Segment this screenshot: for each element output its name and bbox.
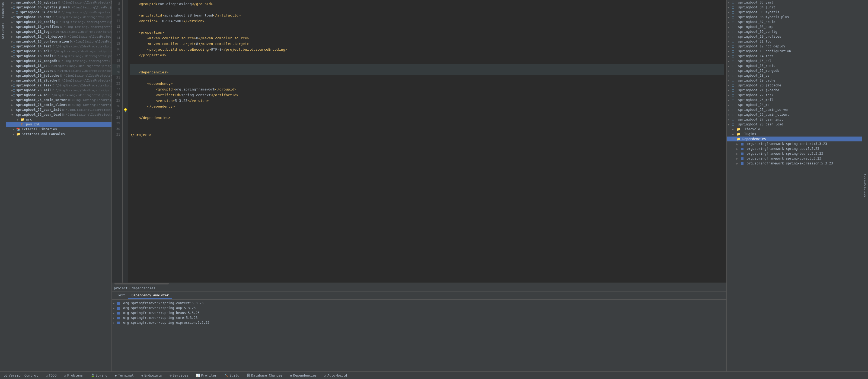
project-item-springboot25[interactable]: ▶ □ springboot_25_admin_server D:\DingJi… bbox=[6, 98, 112, 102]
pom-xml-file[interactable]: 🗋 pom.xml bbox=[6, 122, 112, 127]
project-item-springboot06[interactable]: ▶ □ springboot_06_mybatis_plus D:\DingJi… bbox=[6, 5, 112, 10]
module-icon: □ bbox=[732, 44, 737, 48]
maven-springboot10[interactable]: ▶ □ springboot_10_profiles bbox=[727, 34, 862, 39]
maven-springboot09[interactable]: ▶ □ springboot_09_config bbox=[727, 29, 862, 34]
dep-item-aop[interactable]: ▶ org.springframework:spring-aop:5.3.23 bbox=[112, 306, 726, 310]
maven-springboot27[interactable]: ▶ □ springboot_27_bean_init bbox=[727, 117, 862, 122]
maven-item-name: springboot_07_druid bbox=[738, 20, 775, 24]
src-folder[interactable]: ▶ 📁 src bbox=[6, 117, 112, 122]
project-item-springboot22[interactable]: ▶ □ springboot_22_task D:\DingJiaxiong\I… bbox=[6, 83, 112, 88]
maven-springboot06[interactable]: ▶ □ springboot_06_mybatis_plus bbox=[727, 14, 862, 20]
project-item-springboot18[interactable]: ▶ □ springboot_18_es D:\DingJiaxiong\Ide… bbox=[6, 63, 112, 68]
maven-springboot13[interactable]: ▶ □ springboot_13_configuration bbox=[727, 49, 862, 54]
dep-item-beans[interactable]: ▶ org.springframework:spring-beans:5.3.2… bbox=[112, 310, 726, 315]
maven-springboot28[interactable]: ▼ □ springboot_28_bean_load bbox=[727, 122, 862, 127]
project-item-springboot15[interactable]: ▶ □ springboot_15_sql D:\DingJiaxiong\Id… bbox=[6, 49, 112, 54]
maven-plugins[interactable]: ▶ 📁 Plugins bbox=[727, 132, 862, 137]
code-line: <version>1.0-SNAPSHOT</version> bbox=[130, 18, 724, 24]
project-item-springboot10[interactable]: ▶ □ springboot_10_profiles D:\DingJiaxio… bbox=[6, 24, 112, 29]
maven-springboot22[interactable]: ▶ □ springboot_22_task bbox=[727, 93, 862, 98]
project-item-springboot12[interactable]: ▶ □ springboot_12_hot_deploy D:\DingJiax… bbox=[6, 34, 112, 39]
spring-button[interactable]: 🍃 Spring bbox=[89, 373, 109, 378]
maven-dependencies[interactable]: ▼ 📁 Dependencies bbox=[727, 137, 862, 141]
maven-springboot17[interactable]: ▶ □ springboot_17_mongodb bbox=[727, 68, 862, 73]
maven-springboot24[interactable]: ▶ □ springboot_24_mq bbox=[727, 102, 862, 107]
maven-dep-spring-context[interactable]: ▶ org.springframework:spring-context:5.3… bbox=[727, 141, 862, 146]
horizontal-scrollbar[interactable] bbox=[112, 282, 726, 285]
maven-springboot11[interactable]: ▶ □ springboot_11_log bbox=[727, 39, 862, 44]
project-item-springboot28[interactable]: ▼ □ springboot_28_bean_load D:\DingJiaxi… bbox=[6, 112, 112, 117]
tab-text[interactable]: Text bbox=[114, 292, 128, 299]
dep-item-core[interactable]: ▶ org.springframework:spring-core:5.3.23 bbox=[112, 315, 726, 320]
project-item-springboot05[interactable]: ▶ □ springboot_05_mybatis D:\DingJiaxion… bbox=[6, 0, 112, 5]
maven-springboot25[interactable]: ▶ □ springboot_25_admin_server bbox=[727, 107, 862, 112]
services-button[interactable]: ⚙ Services bbox=[168, 373, 190, 378]
maven-springboot16[interactable]: ▶ □ springboot_16_redis bbox=[727, 63, 862, 68]
dep-item-expression[interactable]: ▶ org.springframework:spring-expression:… bbox=[112, 320, 726, 325]
project-item-springboot17[interactable]: ▶ □ springboot_17_mongodb D:\DingJiaxion… bbox=[6, 59, 112, 63]
project-item-springboot19[interactable]: ▶ □ springboot_19_cache D:\DingJiaxiong\… bbox=[6, 68, 112, 73]
project-item-springboot07[interactable]: ▶ □ springboot_07_druid D:\DingJiaxiong\… bbox=[6, 10, 112, 14]
scratches-consoles[interactable]: ▶ 📁 Scratches and Consoles bbox=[6, 132, 112, 137]
profiler-button[interactable]: 📊 Profiler bbox=[194, 373, 218, 378]
maven-springboot18[interactable]: ▶ □ springboot_18_es bbox=[727, 73, 862, 78]
dep-item-context[interactable]: ▶ org.springframework:spring-context:5.3… bbox=[112, 301, 726, 306]
maven-springboot14[interactable]: ▶ □ springboot_14_test bbox=[727, 54, 862, 59]
project-item-springboot26[interactable]: ▶ □ springboot_26_admin_client D:\DingJi… bbox=[6, 102, 112, 107]
external-libraries[interactable]: ▶ 📚 External Libraries bbox=[6, 127, 112, 132]
project-item-springboot27[interactable]: ▶ □ springboot_27_bean_init D:\DingJiaxi… bbox=[6, 107, 112, 112]
maven-springboot12[interactable]: ▶ □ springboot_12_hot_deploy bbox=[727, 44, 862, 49]
structure-label[interactable]: Structure bbox=[0, 21, 6, 41]
build-button[interactable]: 🔨 Build bbox=[223, 373, 241, 378]
project-item-springboot20[interactable]: ▶ □ springboot_20_jetcache D:\DingJiaxio… bbox=[6, 73, 112, 78]
project-item-springboot14[interactable]: ▶ □ springboot_14_test D:\DingJiaxiong\I… bbox=[6, 44, 112, 49]
maven-springboot04[interactable]: ▶ □ springboot_04_junit bbox=[727, 5, 862, 10]
dependencies-status-button[interactable]: ◉ Dependencies bbox=[289, 373, 318, 378]
project-item-springboot24[interactable]: ▶ □ springboot_24_mq D:\DingJiaxiong\Ide… bbox=[6, 93, 112, 98]
maven-springboot19[interactable]: ▶ □ springboot_19_cache bbox=[727, 78, 862, 83]
dep-bar-icon bbox=[117, 301, 122, 305]
tab-dependency-analyzer[interactable]: Dependency Analyzer bbox=[128, 292, 172, 299]
bookmarks-label[interactable]: Bookmarks bbox=[0, 0, 6, 21]
project-item-springboot09[interactable]: ▶ □ springboot_09_config D:\DingJiaxiong… bbox=[6, 20, 112, 24]
version-control-button[interactable]: ⎇ Version Control bbox=[2, 373, 40, 378]
maven-springboot26[interactable]: ▶ □ springboot_26_admin_client bbox=[727, 112, 862, 117]
scrollbar-thumb[interactable] bbox=[115, 283, 169, 284]
project-item-springboot23[interactable]: ▶ □ springboot_23_mail D:\DingJiaxiong\I… bbox=[6, 88, 112, 93]
dep-bar-icon bbox=[117, 306, 122, 310]
project-item-springboot08[interactable]: ▶ □ springboot_08_ssmp D:\DingJiaxiong\I… bbox=[6, 14, 112, 20]
build-label: Build bbox=[229, 374, 239, 377]
code-editor[interactable]: <groupId>com.dingjiaxiong</groupId> <art… bbox=[128, 0, 726, 282]
maven-dep-spring-beans[interactable]: ▶ org.springframework:spring-beans:5.3.2… bbox=[727, 151, 862, 156]
maven-springboot15[interactable]: ▶ □ springboot_15_sql bbox=[727, 59, 862, 63]
item-name: springboot_22_task bbox=[16, 83, 51, 87]
maven-dep-spring-core[interactable]: ▶ org.springframework:spring-core:5.3.23 bbox=[727, 156, 862, 161]
database-changes-button[interactable]: 🗄 Database Changes bbox=[245, 373, 284, 378]
maven-item-name: springboot_17_mongodb bbox=[738, 69, 779, 73]
project-item-springboot13[interactable]: ▶ □ springboot_13_configuration D:\DingJ… bbox=[6, 39, 112, 44]
notifications-label[interactable]: Notifications bbox=[862, 172, 868, 199]
todo-button[interactable]: ☑ TODO bbox=[44, 373, 58, 378]
terminal-button[interactable]: ▶ Terminal bbox=[113, 373, 135, 378]
problems-button[interactable]: ⚠ Problems bbox=[63, 373, 85, 378]
maven-springboot07[interactable]: ▶ □ springboot_07_druid bbox=[727, 20, 862, 24]
maven-lifecycle[interactable]: ▶ 📁 Lifecycle bbox=[727, 127, 862, 132]
project-item-springboot16[interactable]: ▶ □ springboot_16_redis D:\DingJiaxiong\… bbox=[6, 54, 112, 59]
project-item-springboot11[interactable]: ▶ □ springboot_11_log D:\DingJiaxiong\Id… bbox=[6, 29, 112, 34]
expand-icon: ▶ bbox=[113, 321, 117, 324]
maven-dep-spring-aop[interactable]: ▶ org.springframework:spring-aop:5.3.23 bbox=[727, 146, 862, 151]
maven-springboot23[interactable]: ▶ □ springboot_23_mail bbox=[727, 98, 862, 102]
breadcrumb-part2[interactable]: dependencies bbox=[132, 286, 155, 290]
endpoints-button[interactable]: ◈ Endpoints bbox=[140, 373, 163, 378]
project-item-springboot21[interactable]: ▶ □ springboot_21_j2cache D:\DingJiaxion… bbox=[6, 78, 112, 83]
maven-springboot08[interactable]: ▶ □ springboot_08_ssmp bbox=[727, 24, 862, 29]
breadcrumb-part1[interactable]: project bbox=[114, 286, 128, 290]
maven-springboot03[interactable]: ▶ □ springboot_03_yaml bbox=[727, 0, 862, 5]
maven-dep-spring-expression[interactable]: ▶ org.springframework:spring-expression:… bbox=[727, 161, 862, 166]
auto-build-button[interactable]: △ Auto-build bbox=[323, 373, 348, 378]
maven-springboot05[interactable]: ▶ □ springboot_05_mybatis bbox=[727, 10, 862, 14]
maven-springboot21[interactable]: ▶ □ springboot_21_j2cache bbox=[727, 88, 862, 93]
terminal-label: Terminal bbox=[118, 374, 134, 377]
maven-springboot20[interactable]: ▶ □ springboot_20_jetcache bbox=[727, 83, 862, 88]
item-name: pom.xml bbox=[26, 123, 40, 126]
